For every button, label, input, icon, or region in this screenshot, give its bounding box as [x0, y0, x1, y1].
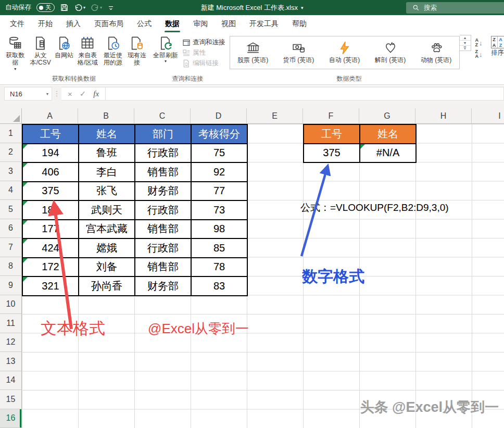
data-cell[interactable]: 375	[23, 182, 79, 202]
customize-qat-button[interactable]	[107, 4, 115, 11]
data-cell[interactable]: 77	[192, 182, 248, 202]
tab-home[interactable]: 开始	[31, 15, 59, 33]
recent-sources-button[interactable]: 最近使用的源	[101, 35, 125, 67]
data-type-animals[interactable]: 动物 (英语)	[413, 36, 459, 69]
get-data-button[interactable]: 获取数据▾	[3, 35, 27, 71]
data-cell[interactable]: 177	[23, 220, 79, 240]
header-cell[interactable]: 姓名	[79, 125, 135, 144]
data-cell[interactable]: 375	[304, 144, 360, 163]
tab-data[interactable]: 数据	[158, 15, 186, 33]
data-type-stocks[interactable]: 股票 (英语)	[230, 36, 276, 69]
row-header-11[interactable]: 11	[0, 314, 22, 333]
redo-button[interactable]: ▾	[91, 3, 102, 12]
name-box[interactable]: N16 ▾	[4, 87, 52, 100]
row-header-16[interactable]: 16	[0, 409, 22, 428]
data-cell[interactable]: 83	[192, 277, 248, 296]
data-cell[interactable]: 张飞	[79, 182, 135, 202]
data-cell[interactable]: 75	[192, 144, 248, 163]
tab-help[interactable]: 帮助	[285, 15, 313, 33]
select-all-corner[interactable]	[0, 108, 22, 124]
tab-view[interactable]: 视图	[215, 15, 243, 33]
row-header-3[interactable]: 3	[0, 162, 22, 181]
data-cell[interactable]: 98	[192, 220, 248, 240]
data-cell[interactable]: 321	[23, 277, 79, 296]
gallery-down-icon[interactable]: ▾	[460, 41, 471, 46]
autosave-toggle[interactable]: 关	[36, 3, 55, 12]
tab-page-layout[interactable]: 页面布局	[87, 15, 130, 33]
header-cell[interactable]: 姓名	[360, 125, 417, 144]
row-header-8[interactable]: 8	[0, 257, 22, 276]
undo-button[interactable]: ▾	[74, 3, 85, 12]
row-header-15[interactable]: 15	[0, 390, 22, 409]
gallery-more-icon[interactable]: ⊽	[460, 46, 471, 51]
data-cell[interactable]: #N/A	[360, 144, 417, 163]
data-cell[interactable]: 销售部	[135, 220, 192, 240]
gallery-up-icon[interactable]: ▴	[460, 35, 471, 41]
row-header-9[interactable]: 9	[0, 276, 22, 295]
row-header-5[interactable]: 5	[0, 200, 22, 219]
tab-file[interactable]: 文件	[3, 15, 31, 33]
formula-input[interactable]	[106, 87, 504, 100]
sort-ascending-button[interactable]: AZ↓	[475, 38, 483, 47]
row-header-7[interactable]: 7	[0, 238, 22, 257]
properties-button[interactable]: 属性	[182, 48, 225, 57]
header-cell[interactable]: 考核得分	[192, 125, 248, 144]
data-cell[interactable]: 行政部	[135, 144, 192, 163]
tab-formulas[interactable]: 公式	[130, 15, 158, 33]
data-cell[interactable]: 嫦娥	[79, 239, 135, 258]
tab-review[interactable]: 审阅	[186, 15, 215, 33]
save-button[interactable]	[60, 3, 69, 12]
data-cell[interactable]: 宫本武藏	[79, 220, 135, 240]
data-type-currency[interactable]: 货币 (英语)	[276, 36, 322, 69]
row-header-6[interactable]: 6	[0, 219, 22, 238]
data-cell[interactable]: 78	[192, 258, 248, 278]
header-cell[interactable]: 工号	[23, 125, 79, 144]
column-header-E[interactable]: E	[247, 108, 303, 124]
row-header-4[interactable]: 4	[0, 181, 22, 200]
confirm-entry-icon[interactable]: ✓	[80, 89, 86, 98]
queries-connections-button[interactable]: 查询和连接	[182, 38, 225, 47]
tab-developer[interactable]: 开发工具	[243, 15, 285, 33]
data-type-anatomy[interactable]: 解剖 (英语)	[368, 36, 413, 69]
data-cell[interactable]: 孙尚香	[79, 277, 135, 296]
header-cell[interactable]: 部门	[135, 125, 192, 144]
row-header-1[interactable]: 1	[0, 124, 22, 143]
edit-links-button[interactable]: 编辑链接	[182, 59, 225, 68]
row-header-12[interactable]: 12	[0, 333, 22, 353]
data-cell[interactable]: 刘备	[79, 258, 135, 278]
data-cell[interactable]: 鲁班	[79, 144, 135, 163]
data-cell[interactable]: 武则天	[79, 201, 135, 220]
data-cell[interactable]: 行政部	[135, 201, 192, 220]
row-header-10[interactable]: 10	[0, 295, 22, 314]
data-cell[interactable]: 172	[23, 258, 79, 278]
data-cell[interactable]: 406	[23, 163, 79, 182]
data-cell[interactable]: 185	[23, 201, 79, 220]
data-cell[interactable]: 财务部	[135, 277, 192, 296]
data-type-auto[interactable]: 自动 (英语)	[322, 36, 368, 69]
insert-function-icon[interactable]: fx	[93, 90, 99, 98]
gallery-scrollbar[interactable]: ▴ ▾ ⊽	[460, 35, 471, 51]
row-header-2[interactable]: 2	[0, 143, 22, 162]
row-header-14[interactable]: 14	[0, 371, 22, 391]
data-cell[interactable]: 194	[23, 144, 79, 163]
search-input[interactable]: 搜索	[406, 2, 504, 14]
data-cell[interactable]: 财务部	[135, 182, 192, 202]
column-header-H[interactable]: H	[415, 108, 472, 124]
column-header-I[interactable]: I	[472, 108, 504, 124]
data-cell[interactable]: 424	[23, 239, 79, 258]
header-cell[interactable]: 工号	[304, 125, 360, 144]
data-cell[interactable]: 92	[192, 163, 248, 182]
column-header-D[interactable]: D	[191, 108, 247, 124]
sort-button[interactable]: ZAAZ 排序	[486, 35, 504, 57]
data-cell[interactable]: 李白	[79, 163, 135, 182]
from-text-csv-button[interactable]: 从文本/CSV	[28, 35, 52, 67]
row-header-13[interactable]: 13	[0, 352, 22, 371]
column-header-G[interactable]: G	[359, 108, 415, 124]
column-header-A[interactable]: A	[22, 108, 78, 124]
tab-insert[interactable]: 插入	[59, 15, 87, 33]
data-cell[interactable]: 85	[192, 239, 248, 258]
existing-connections-button[interactable]: 现有连接	[126, 35, 148, 67]
data-cell[interactable]: 销售部	[135, 258, 192, 278]
cancel-entry-icon[interactable]: ×	[68, 90, 72, 98]
from-web-button[interactable]: 自网站	[54, 35, 74, 59]
